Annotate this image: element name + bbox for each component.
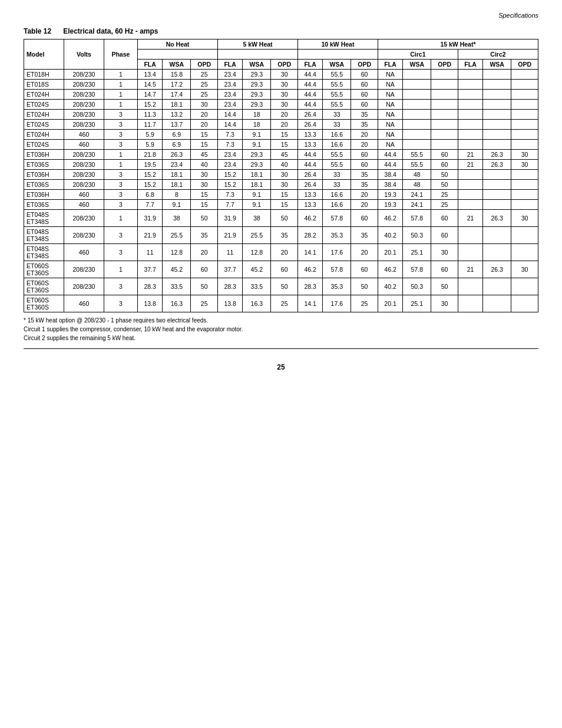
nh-fla-header: FLA [138,60,163,70]
col-volts-header: Volts [64,39,104,70]
electrical-data-table: Model Volts Phase No Heat 5 kW Heat 10 k… [24,39,538,312]
table-row: ET036S46037.79.1157.79.11513.316.62019.3… [24,200,538,210]
h5-opd-header: OPD [271,60,298,70]
note-line: Circuit 1 supplies the compressor, conde… [24,325,538,334]
table-row: ET060S ET360S460313.816.32513.816.32514.… [24,295,538,312]
col-10kw-spacer [297,50,378,60]
table-row: ET024S208/230115.218.13023.429.33044.455… [24,100,538,110]
table-row: ET048S ET348S208/230321.925.53521.925.53… [24,227,538,244]
header-row-1: Model Volts Phase No Heat 5 kW Heat 10 k… [24,39,538,50]
c1-fla-header: FLA [378,60,402,70]
note-line: * 15 kW heat option @ 208/230 - 1 phase … [24,316,538,325]
table-row: ET036H208/230315.218.13015.218.13026.433… [24,170,538,180]
col-model-header: Model [24,39,64,70]
table-row: ET024H208/230114.717.42523.429.33044.455… [24,90,538,100]
table-row: ET036S208/230315.218.13015.218.13026.433… [24,180,538,190]
notes-section: * 15 kW heat option @ 208/230 - 1 phase … [24,316,538,342]
table-row: ET024S208/230311.713.72014.4182026.43335… [24,120,538,130]
table-title-block: Table 12 Electrical data, 60 Hz - amps [24,27,538,35]
col-circ2-header: Circ2 [458,50,538,60]
nh-wsa-header: WSA [163,60,191,70]
c2-fla-header: FLA [458,60,482,70]
table-row: ET060S ET360S208/230328.333.55028.333.55… [24,278,538,295]
table-row: ET024S46035.96.9157.39.11513.316.620NA [24,140,538,150]
col-noheat-spacer [138,50,218,60]
table-row: ET036H208/230121.826.34523.429.34544.455… [24,150,538,160]
table-row: ET060S ET360S208/230137.745.26037.745.26… [24,261,538,278]
c1-opd-header: OPD [431,60,458,70]
page-footer: 25 [24,348,538,371]
col-5kw-spacer [218,50,298,60]
page-header: Specifications [24,12,538,21]
table-row: ET048S ET348S46031112.8201112.82014.117.… [24,244,538,261]
table-row: ET048S ET348S208/230131.9385031.9385046.… [24,210,538,227]
h10-opd-header: OPD [351,60,378,70]
col-10kw-header: 10 kW Heat [297,39,378,50]
col-noheat-header: No Heat [138,39,218,50]
table-subtitle: Electrical data, 60 Hz - amps [63,27,158,35]
col-5kw-header: 5 kW Heat [218,39,298,50]
page-number: 25 [24,363,538,371]
c2-opd-header: OPD [511,60,538,70]
col-phase-header: Phase [104,39,137,70]
h5-wsa-header: WSA [243,60,271,70]
table-row: ET024H46035.96.9157.39.11513.316.620NA [24,130,538,140]
c1-wsa-header: WSA [403,60,431,70]
table-row: ET018S208/230114.517.22523.429.33044.455… [24,80,538,90]
table-label: Table 12 [24,27,51,35]
table-row: ET024H208/230311.313.22014.4182026.43335… [24,110,538,120]
h10-wsa-header: WSA [323,60,351,70]
table-row: ET018H208/230113.415.82523.429.33044.455… [24,70,538,80]
col-circ1-header: Circ1 [378,50,458,60]
nh-opd-header: OPD [191,60,218,70]
table-row: ET036H46036.88157.39.11513.316.62019.324… [24,190,538,200]
h5-fla-header: FLA [218,60,243,70]
h10-fla-header: FLA [297,60,322,70]
col-15kw-header: 15 kW Heat* [378,39,538,50]
table-row: ET036S208/230119.523.44023.429.34044.455… [24,160,538,170]
note-line: Circuit 2 supplies the remaining 5 kW he… [24,334,538,342]
c2-wsa-header: WSA [483,60,511,70]
